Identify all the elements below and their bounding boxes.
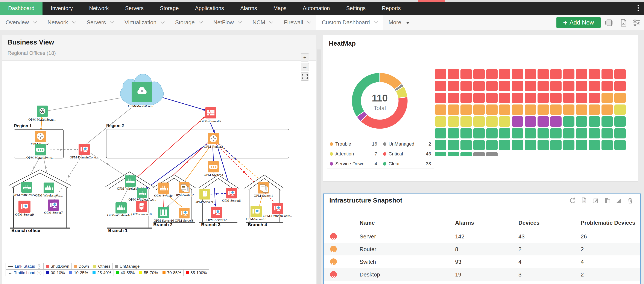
top-nav-applications[interactable]: Applications bbox=[187, 2, 232, 15]
heatmap-cell[interactable] bbox=[448, 152, 459, 156]
heatmap-cell[interactable] bbox=[435, 104, 446, 115]
device-node-wirelessacc4[interactable]: OPM-WirelessAcc... bbox=[128, 188, 156, 201]
heatmap-cell[interactable] bbox=[550, 93, 562, 103]
carousel-icon[interactable] bbox=[605, 19, 614, 27]
top-nav-reports[interactable]: Reports bbox=[374, 2, 409, 15]
zoom-out-button[interactable]: – bbox=[301, 63, 309, 71]
heatmap-cell[interactable] bbox=[602, 128, 613, 138]
vertical-scrollbar[interactable] bbox=[317, 49, 321, 284]
help-icon[interactable]: ? bbox=[37, 264, 41, 269]
add-new-button[interactable]: + Add New bbox=[556, 17, 601, 28]
status-donut-chart[interactable]: 110Total bbox=[346, 68, 413, 134]
heatmap-cell[interactable] bbox=[588, 93, 600, 103]
heatmap-cell[interactable] bbox=[602, 93, 613, 103]
heatmap-cell[interactable] bbox=[602, 81, 613, 91]
top-nav-dashboard[interactable]: Dashboard bbox=[0, 2, 42, 15]
device-node-domaincontr1[interactable]: OPM-DomainContr... bbox=[70, 144, 99, 159]
heatmap-cell[interactable] bbox=[525, 104, 536, 115]
heatmap-cell[interactable] bbox=[563, 93, 574, 103]
heatmap-cell[interactable] bbox=[602, 116, 613, 127]
network-topology-map[interactable]: Region 1Region 2Branch officeBranch 1Bra… bbox=[2, 35, 316, 284]
heatmap-cell[interactable] bbox=[473, 152, 485, 156]
heatmap-legend-attention[interactable]: Attention7 bbox=[327, 149, 380, 159]
heatmap-cell[interactable] bbox=[435, 69, 446, 79]
heatmap-cell[interactable] bbox=[499, 69, 510, 79]
heatmap-cell[interactable] bbox=[614, 93, 626, 103]
tab-firewall[interactable]: Firewall bbox=[278, 15, 316, 30]
heatmap-cell[interactable] bbox=[614, 69, 626, 79]
heatmap-cell[interactable] bbox=[588, 128, 600, 138]
top-nav-maps[interactable]: Maps bbox=[265, 2, 294, 15]
heatmap-cell[interactable] bbox=[486, 81, 498, 91]
heatmap-cell[interactable] bbox=[460, 128, 472, 138]
heatmap-cell[interactable] bbox=[435, 152, 446, 156]
heatmap-cell[interactable] bbox=[486, 140, 498, 150]
heatmap-cell[interactable] bbox=[563, 104, 574, 115]
device-node-merakiswitc[interactable]: OPM-MerakiSwitc... bbox=[26, 144, 54, 159]
heatmap-cell[interactable] bbox=[538, 116, 549, 127]
heatmap-cell[interactable] bbox=[550, 104, 562, 115]
device-node-server9[interactable]: OPM-Server9 bbox=[15, 201, 34, 216]
device-node-server8c[interactable]: OPM-Server8 bbox=[222, 188, 241, 202]
heatmap-cell[interactable] bbox=[550, 81, 562, 91]
heatmap-cell[interactable] bbox=[499, 81, 510, 91]
refresh-icon[interactable] bbox=[569, 197, 576, 204]
device-node-router1[interactable]: OPM-Router1 bbox=[31, 131, 50, 146]
heatmap-legend-unmanaged[interactable]: UnManaged2 bbox=[380, 139, 434, 149]
resize-icon[interactable] bbox=[615, 197, 622, 204]
heatmap-cell[interactable] bbox=[460, 116, 472, 127]
heatmap-cell[interactable] bbox=[499, 93, 510, 103]
tab-storage[interactable]: Storage bbox=[170, 15, 208, 30]
heatmap-cell[interactable] bbox=[486, 104, 498, 115]
heatmap-legend-trouble[interactable]: Trouble16 bbox=[327, 139, 380, 149]
heatmap-cell[interactable] bbox=[460, 140, 472, 150]
heatmap-cell[interactable] bbox=[435, 81, 446, 91]
device-node-server11[interactable]: OPM-Server11 bbox=[195, 189, 215, 204]
table-row-server[interactable]: Server1424326 bbox=[324, 230, 640, 243]
heatmap-cell[interactable] bbox=[525, 140, 536, 150]
heatmap-cell[interactable] bbox=[563, 140, 574, 150]
heatmap-cell[interactable] bbox=[448, 81, 459, 91]
heatmap-cell[interactable] bbox=[460, 104, 472, 115]
heatmap-cell[interactable] bbox=[550, 116, 562, 127]
heatmap-cell[interactable] bbox=[538, 93, 549, 103]
heatmap-cell[interactable] bbox=[550, 69, 562, 79]
heatmap-cell[interactable] bbox=[538, 69, 549, 79]
heatmap-cell[interactable] bbox=[538, 81, 549, 91]
heatmap-cell[interactable] bbox=[448, 69, 459, 79]
table-row-desktop[interactable]: Desktop1932 bbox=[324, 268, 640, 281]
heatmap-cell[interactable] bbox=[435, 140, 446, 150]
heatmap-cell[interactable] bbox=[473, 69, 485, 79]
device-node-server16[interactable]: OPM-Server16 bbox=[154, 207, 174, 222]
heatmap-legend-critical[interactable]: Critical43 bbox=[380, 149, 434, 159]
heatmap-cell[interactable] bbox=[588, 116, 600, 127]
heatmap-cell[interactable] bbox=[563, 69, 574, 79]
device-node-domaincontr2[interactable]: OPM-DomainContr... bbox=[263, 203, 292, 218]
heatmap-cell[interactable] bbox=[588, 81, 600, 91]
heatmap-cell[interactable] bbox=[473, 128, 485, 138]
heatmap-cell[interactable] bbox=[435, 93, 446, 103]
heatmap-cell[interactable] bbox=[588, 104, 600, 115]
embed-icon[interactable]: </> bbox=[580, 197, 587, 204]
heatmap-cell[interactable] bbox=[525, 128, 536, 138]
heatmap-cell[interactable] bbox=[512, 128, 523, 138]
heatmap-cell[interactable] bbox=[576, 140, 587, 150]
heatmap-cell[interactable] bbox=[614, 140, 626, 150]
copy-icon[interactable] bbox=[604, 197, 610, 204]
heatmap-cell[interactable] bbox=[576, 104, 587, 115]
cell-name[interactable]: Router bbox=[360, 246, 376, 253]
heatmap-cell[interactable] bbox=[525, 81, 536, 91]
heatmap-cell[interactable] bbox=[448, 128, 459, 138]
heatmap-cell[interactable] bbox=[460, 93, 472, 103]
heatmap-cell[interactable] bbox=[460, 152, 472, 156]
device-node-merakisecur[interactable]: OPM-MerakiSecur... bbox=[28, 105, 56, 121]
heatmap-cell[interactable] bbox=[512, 69, 523, 79]
cell-name[interactable]: Switch bbox=[360, 259, 376, 265]
heatmap-cell[interactable] bbox=[512, 104, 523, 115]
heatmap-cell[interactable] bbox=[473, 93, 485, 103]
heatmap-cell[interactable] bbox=[448, 104, 459, 115]
tab-servers[interactable]: Servers bbox=[81, 15, 119, 30]
heatmap-cell[interactable] bbox=[538, 140, 549, 150]
heatmap-cell[interactable] bbox=[499, 104, 510, 115]
heatmap-cell[interactable] bbox=[525, 116, 536, 127]
